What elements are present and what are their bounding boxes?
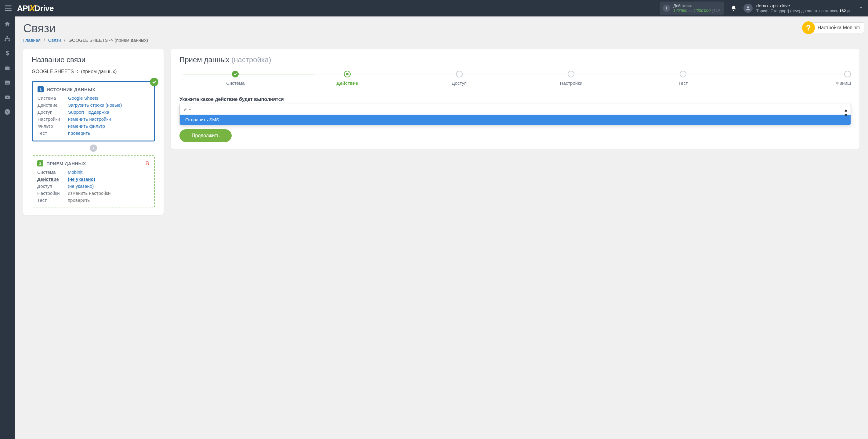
source-system-link[interactable]: Google Sheets	[68, 95, 149, 101]
svg-rect-3	[8, 40, 10, 41]
connection-panel-title: Название связи	[32, 56, 155, 64]
source-action-link[interactable]: Загрузить строки (новые)	[68, 102, 149, 108]
sidebar-help-icon[interactable]: ?	[4, 108, 11, 115]
svg-rect-9	[6, 83, 9, 84]
sidebar-home-icon[interactable]	[4, 21, 11, 28]
actions-of: из	[688, 8, 692, 13]
connection-panel: Название связи GOOGLE SHEETS -> (прием д…	[23, 49, 163, 215]
dest-title: ПРИЕМ ДАННЫХ	[46, 161, 86, 166]
sidebar-youtube-icon[interactable]	[4, 94, 11, 101]
action-select[interactable]: ✓- Отправить SMS ▲▼	[180, 104, 851, 125]
source-number: 1	[37, 86, 44, 92]
config-title: Прием данных (настройка)	[180, 56, 851, 64]
step-system[interactable]: Система	[180, 71, 291, 86]
user-plan: Тариф |Стандарт| (new) до оплаты осталос…	[756, 8, 851, 14]
step-test[interactable]: Тест	[627, 71, 739, 86]
continue-button[interactable]: Продолжить	[180, 129, 231, 142]
action-prompt: Укажите какое действие будет выполнятся	[180, 97, 851, 102]
step-settings[interactable]: Настройки	[515, 71, 627, 86]
sidebar-briefcase-icon[interactable]	[4, 65, 11, 71]
breadcrumb-home[interactable]: Главная	[23, 37, 40, 43]
sidebar-billing-icon[interactable]: $	[4, 50, 11, 57]
svg-text:$: $	[5, 50, 9, 57]
svg-rect-7	[6, 82, 7, 82]
logo[interactable]: APIXDrive	[17, 3, 54, 13]
actions-total: 1'000'000	[694, 8, 711, 13]
destination-box[interactable]: 2 ПРИЕМ ДАННЫХ СистемаMobiniti Действие(…	[32, 156, 155, 208]
svg-rect-2	[5, 40, 6, 41]
sidebar-connections-icon[interactable]	[4, 35, 11, 42]
source-filter-link[interactable]: изменить фильтр	[68, 124, 149, 129]
dest-number: 2	[37, 160, 43, 166]
svg-text:?: ?	[6, 110, 8, 114]
svg-rect-5	[5, 68, 10, 68]
dest-action-link[interactable]: (не указано)	[68, 176, 150, 182]
avatar-icon	[743, 4, 753, 13]
source-box[interactable]: 1 ИСТОЧНИК ДАННЫХ СистемаGoogle Sheets Д…	[32, 81, 155, 141]
breadcrumb-links[interactable]: Связи	[48, 37, 61, 43]
dest-access-link[interactable]: (не указано)	[68, 183, 150, 189]
source-test-link[interactable]: проверить	[68, 131, 149, 136]
sidebar: $ ?	[0, 16, 14, 439]
step-access[interactable]: Доступ	[403, 71, 515, 86]
help-pill[interactable]: ? Настройка Mobiniti	[802, 21, 864, 34]
app-header: APIXDrive i Действия: 142'550 из 1'000'0…	[0, 0, 868, 16]
user-menu[interactable]: demo_apix-drive Тариф |Стандарт| (new) д…	[743, 3, 863, 14]
dropdown-option-send-sms[interactable]: Отправить SMS	[180, 114, 850, 125]
breadcrumb-current: GOOGLE SHEETS -> (прием данных)	[68, 37, 148, 43]
breadcrumb: Главная / Связи / GOOGLE SHEETS -> (прие…	[23, 37, 860, 43]
content: ? Настройка Mobiniti Связи Главная / Свя…	[14, 16, 868, 439]
help-question-icon: ?	[802, 21, 815, 34]
actions-used: 142'550	[673, 8, 687, 13]
info-icon: i	[663, 5, 670, 12]
source-access-link[interactable]: Support Поддержка	[68, 109, 149, 114]
source-title: ИСТОЧНИК ДАННЫХ	[47, 87, 96, 92]
dropdown-selected[interactable]: ✓-	[180, 104, 850, 114]
dest-settings-link[interactable]: изменить настройки	[68, 191, 150, 196]
connection-name-input[interactable]: GOOGLE SHEETS -> (прием данных)	[32, 69, 135, 76]
sidebar-card-icon[interactable]	[4, 79, 11, 86]
bell-icon[interactable]	[731, 5, 737, 11]
config-panel: Прием данных (настройка) Система Действи…	[171, 49, 860, 149]
user-name: demo_apix-drive	[756, 3, 851, 9]
svg-rect-1	[6, 36, 8, 37]
step-action[interactable]: Действие	[291, 71, 403, 86]
source-settings-link[interactable]: изменить настройки	[68, 116, 149, 122]
stepper: Система Действие Доступ Настройки	[180, 71, 851, 86]
check-badge-icon	[150, 78, 158, 86]
chevron-down-icon	[859, 5, 863, 11]
add-step-button[interactable]: +	[90, 144, 97, 152]
dest-test-link[interactable]: проверить	[68, 198, 150, 203]
svg-point-0	[747, 6, 749, 8]
trash-icon[interactable]	[145, 160, 150, 166]
dest-system-link[interactable]: Mobiniti	[68, 169, 150, 175]
page-title: Связи	[23, 22, 860, 35]
actions-counter[interactable]: i Действия: 142'550 из 1'000'000 (149	[660, 2, 724, 15]
actions-label: Действия:	[673, 3, 720, 8]
hamburger-icon[interactable]	[5, 5, 11, 11]
actions-tail: (149	[712, 8, 720, 13]
help-label: Настройка Mobiniti	[812, 22, 864, 33]
svg-rect-8	[6, 83, 9, 83]
step-finish[interactable]: Финиш	[739, 71, 851, 86]
